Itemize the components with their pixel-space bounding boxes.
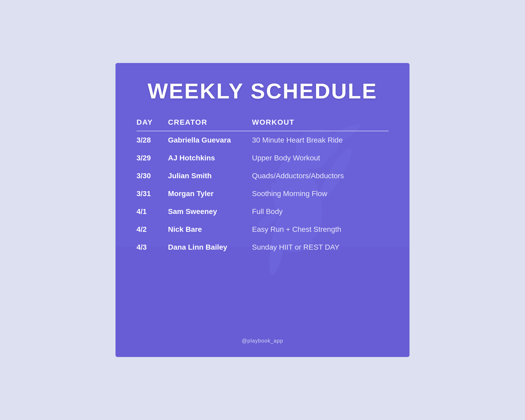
cell-creator: Sam Sweeney [168, 203, 252, 220]
cell-day: 3/31 [136, 185, 168, 203]
table-row: 3/30Julian SmithQuads/Adductors/Abductor… [136, 167, 388, 185]
cell-workout: 30 Minute Heart Break Ride [252, 131, 388, 149]
cell-day: 4/3 [136, 238, 168, 256]
cell-workout: Sunday HIIT or REST DAY [252, 238, 388, 256]
table-row: 3/31Morgan TylerSoothing Morning Flow [136, 185, 388, 203]
table-row: 4/2Nick BareEasy Run + Chest Strength [136, 220, 388, 238]
cell-creator: AJ Hotchkins [168, 149, 252, 167]
col-header-day: DAY [136, 114, 168, 131]
cell-creator: Morgan Tyler [168, 185, 252, 203]
cell-day: 3/29 [136, 149, 168, 167]
table-row: 4/1Sam SweeneyFull Body [136, 203, 388, 220]
cell-creator: Dana Linn Bailey [168, 238, 252, 256]
col-header-workout: WORKOUT [252, 114, 388, 131]
schedule-card: WEEKLY SCHEDULE DAY CREATOR WORKOUT 3/28… [116, 63, 410, 357]
footer-handle: @playbook_app [136, 338, 388, 346]
cell-workout: Quads/Adductors/Abductors [252, 167, 388, 185]
cell-workout: Upper Body Workout [252, 149, 388, 167]
cell-workout: Soothing Morning Flow [252, 185, 388, 203]
schedule-table: DAY CREATOR WORKOUT 3/28Gabriella Guevar… [136, 114, 388, 256]
cell-day: 4/1 [136, 203, 168, 220]
col-header-creator: CREATOR [168, 114, 252, 131]
card-content: WEEKLY SCHEDULE DAY CREATOR WORKOUT 3/28… [116, 63, 410, 357]
cell-day: 4/2 [136, 220, 168, 238]
cell-creator: Gabriella Guevara [168, 131, 252, 149]
cell-day: 3/28 [136, 131, 168, 149]
cell-creator: Julian Smith [168, 167, 252, 185]
page-title: WEEKLY SCHEDULE [136, 79, 388, 103]
cell-creator: Nick Bare [168, 220, 252, 238]
table-row: 3/29AJ HotchkinsUpper Body Workout [136, 149, 388, 167]
table-row: 4/3Dana Linn BaileySunday HIIT or REST D… [136, 238, 388, 256]
cell-workout: Easy Run + Chest Strength [252, 220, 388, 238]
cell-day: 3/30 [136, 167, 168, 185]
table-row: 3/28Gabriella Guevara30 Minute Heart Bre… [136, 131, 388, 149]
cell-workout: Full Body [252, 203, 388, 220]
